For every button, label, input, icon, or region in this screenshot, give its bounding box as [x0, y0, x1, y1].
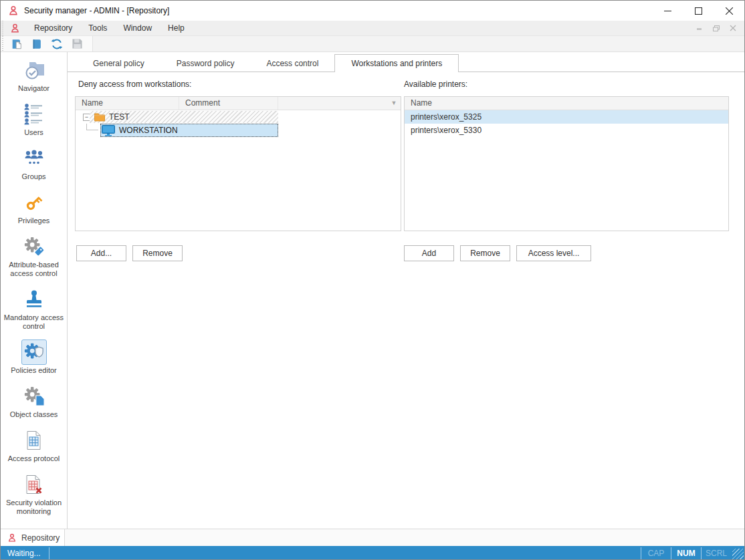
filter-dropdown-icon[interactable]: ▼ — [389, 97, 399, 110]
window-title: Security manager - ADMIN - [Repository] — [24, 6, 652, 15]
column-header-name[interactable]: Name — [405, 97, 728, 110]
sidebar-label: Groups — [3, 172, 66, 181]
refresh-button[interactable] — [47, 37, 67, 51]
app-icon — [8, 5, 19, 16]
toolbar — [1, 36, 744, 52]
stamp-icon — [25, 289, 43, 309]
repository-icon — [7, 533, 17, 543]
printers-buttons: Add Remove Access level... — [404, 245, 591, 261]
sidebar-label: Security violation monitoring — [3, 499, 66, 516]
mdi-child-icon — [10, 23, 20, 33]
remove-printer-button[interactable]: Remove — [460, 245, 510, 261]
mdi-tab-repository[interactable]: Repository — [1, 529, 65, 546]
sidebar-item-service[interactable]: Service — [1, 525, 67, 529]
new-document-button[interactable] — [7, 37, 27, 51]
document-table-icon — [25, 430, 43, 450]
policy-tab-bar: General policy Password policy Access co… — [68, 52, 744, 72]
column-header-comment[interactable]: Comment — [179, 97, 278, 110]
open-repository-icon — [31, 38, 43, 50]
tree-row-test[interactable]: − TEST — [76, 110, 401, 124]
minimize-button[interactable] — [652, 1, 683, 21]
sidebar-label: Navigator — [3, 84, 66, 93]
workstations-grid: Name Comment ▼ − — [75, 96, 401, 231]
printer-row[interactable]: printers\xerox_5325 — [405, 110, 728, 124]
printer-row[interactable]: printers\xerox_5330 — [405, 124, 728, 137]
gear-page-icon — [23, 386, 45, 407]
sidebar: Navigator Users — [1, 52, 68, 529]
sidebar-item-object-classes[interactable]: Object classes — [1, 384, 67, 419]
sidebar-item-policies-editor[interactable]: Policies editor — [1, 339, 67, 375]
sidebar-item-security-violation-monitoring[interactable]: Security violation monitoring — [1, 472, 67, 516]
menubar-gripper[interactable] — [1, 21, 5, 35]
mdi-minimize-icon[interactable] — [696, 25, 703, 31]
groups-icon — [23, 149, 45, 168]
mdi-close-icon[interactable] — [730, 25, 736, 31]
sidebar-item-groups[interactable]: Groups — [1, 146, 67, 181]
column-header-blank: ▼ — [278, 97, 401, 110]
tree-row-workstation[interactable]: WORKSTATION — [76, 124, 401, 137]
printers-list-header: Name — [405, 97, 728, 110]
workstations-grid-header: Name Comment ▼ — [76, 97, 401, 110]
tree-node-label: WORKSTATION — [119, 126, 178, 135]
tree-connector — [86, 124, 98, 130]
workstations-printers-panel: Deny access from workstations: Available… — [68, 72, 744, 529]
deny-workstations-label: Deny access from workstations: — [78, 80, 191, 89]
sidebar-item-mandatory-access-control[interactable]: Mandatory access control — [1, 287, 67, 331]
tree-node-label: TEST — [109, 112, 130, 122]
tab-general-policy[interactable]: General policy — [77, 56, 161, 72]
sidebar-label: Policies editor — [3, 366, 66, 375]
sidebar-label: Attribute-based access control — [3, 261, 66, 278]
add-workstation-button[interactable]: Add... — [76, 245, 126, 261]
refresh-icon — [51, 38, 63, 50]
gear-tag-icon — [23, 236, 45, 257]
sidebar-item-users[interactable]: Users — [1, 102, 67, 137]
column-header-name[interactable]: Name — [76, 97, 179, 110]
scroll-lock-indicator: SCRL — [702, 546, 731, 560]
mdi-restore-icon[interactable] — [712, 25, 720, 32]
status-message: Waiting... — [1, 546, 49, 560]
document-error-icon — [25, 474, 43, 495]
close-button[interactable] — [714, 1, 744, 21]
add-printer-button[interactable]: Add — [404, 245, 454, 261]
open-repository-button[interactable] — [27, 37, 47, 51]
sidebar-item-access-protocol[interactable]: Access protocol — [1, 428, 67, 463]
sidebar-label: Mandatory access control — [3, 313, 66, 331]
folder-icon — [94, 113, 105, 122]
tab-password-policy[interactable]: Password policy — [161, 56, 251, 72]
printers-list: Name printers\xerox_5325 printers\xerox_… — [404, 96, 729, 231]
tab-workstations-and-printers[interactable]: Workstations and printers — [334, 54, 459, 72]
resize-grip[interactable] — [732, 549, 744, 560]
title-bar: Security manager - ADMIN - [Repository] — [1, 1, 744, 21]
content-area: General policy Password policy Access co… — [68, 52, 744, 529]
sidebar-label: Object classes — [3, 410, 66, 419]
users-icon — [24, 104, 44, 125]
menu-repository[interactable]: Repository — [26, 21, 80, 35]
gear-icon — [24, 527, 44, 529]
new-document-icon — [11, 38, 23, 50]
save-button[interactable] — [67, 37, 87, 51]
key-icon — [24, 192, 44, 213]
caps-lock-indicator: CAP — [641, 546, 671, 560]
menu-help[interactable]: Help — [160, 21, 193, 35]
menu-window[interactable]: Window — [115, 21, 160, 35]
navigator-icon — [23, 60, 45, 80]
mdi-tab-bar: Repository — [1, 529, 744, 546]
menu-bar: Repository Tools Window Help — [1, 21, 744, 36]
tab-access-control[interactable]: Access control — [250, 56, 334, 72]
sidebar-item-privileges[interactable]: Privileges — [1, 190, 67, 225]
status-bar: Waiting... CAP NUM SCRL — [1, 546, 744, 560]
status-spacer — [49, 546, 641, 560]
save-icon — [72, 38, 83, 49]
available-printers-label: Available printers: — [404, 80, 467, 89]
sidebar-item-attribute-based-access-control[interactable]: Attribute-based access control — [1, 234, 67, 278]
toolbar-gripper[interactable] — [1, 36, 5, 51]
sidebar-item-navigator[interactable]: Navigator — [1, 57, 67, 93]
num-lock-indicator: NUM — [671, 546, 701, 560]
menu-tools[interactable]: Tools — [80, 21, 115, 35]
maximize-button[interactable] — [683, 1, 714, 21]
access-level-button[interactable]: Access level... — [516, 245, 591, 261]
workstations-buttons: Add... Remove — [76, 245, 183, 261]
remove-workstation-button[interactable]: Remove — [132, 245, 183, 261]
main-area: Navigator Users — [1, 52, 744, 529]
toolbar-band — [1, 36, 93, 51]
